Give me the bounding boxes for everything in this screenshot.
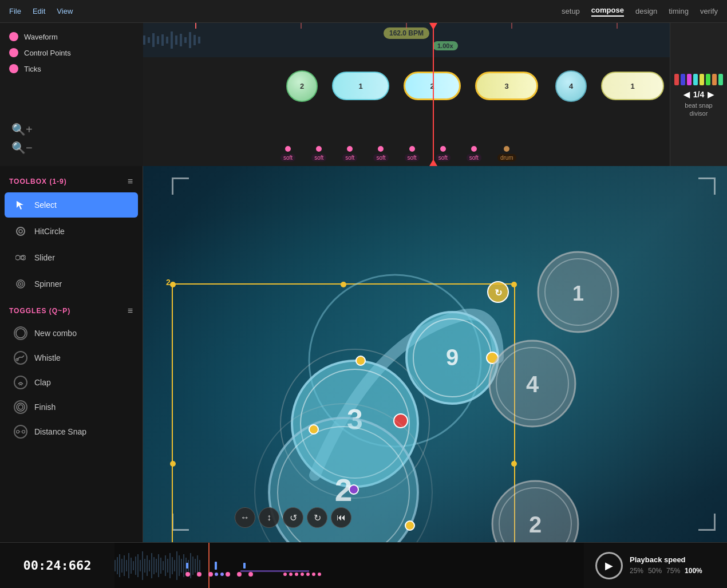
beat-snap-next[interactable]: ▶	[708, 90, 714, 99]
svg-point-26	[20, 283, 22, 285]
layer-waveform[interactable]: Waveform	[9, 32, 134, 41]
canvas-area[interactable]: 2	[143, 166, 727, 542]
beat-snap-colors	[672, 72, 725, 88]
zoom-controls: 🔍+ 🔍−	[9, 120, 134, 157]
svg-rect-68	[117, 557, 118, 574]
svg-rect-105	[186, 563, 188, 569]
transform-rewind[interactable]: ⏮	[331, 507, 351, 528]
menu-view[interactable]: View	[57, 7, 73, 15]
time-display: 00:24:662	[0, 558, 114, 573]
nav-timing[interactable]: timing	[669, 7, 689, 15]
nav-compose[interactable]: compose	[591, 6, 624, 17]
game-canvas: 3 9 ↻ 2 1	[143, 166, 727, 542]
menu-file[interactable]: File	[9, 7, 21, 15]
menu-edit[interactable]: Edit	[33, 7, 45, 15]
svg-rect-83	[151, 553, 152, 578]
combo-number: 2	[166, 278, 171, 287]
layer-control-points[interactable]: Control Points	[9, 48, 134, 57]
toggle-whistle[interactable]: Whistle	[5, 346, 138, 370]
transform-flip-h[interactable]: ↔	[235, 507, 255, 528]
control-points-label: Control Points	[24, 49, 71, 57]
transform-rotate-ccw[interactable]: ↺	[283, 507, 303, 528]
svg-rect-73	[128, 553, 129, 578]
timeline-hit-5[interactable]: 4	[555, 70, 587, 102]
label-soft-2: soft	[311, 154, 326, 161]
svg-rect-95	[179, 555, 180, 576]
toggles-title: TOGGLES (Q~P)	[9, 307, 70, 315]
svg-rect-7	[171, 31, 173, 49]
tool-slider[interactable]: Slider	[5, 245, 138, 270]
speed-75[interactable]: 75%	[666, 566, 680, 577]
svg-rect-67	[114, 560, 116, 571]
waveform-dot	[9, 32, 18, 41]
toggles-menu-icon[interactable]: ≡	[128, 306, 133, 316]
timeline-hit-3[interactable]: 2	[404, 72, 461, 100]
distance-snap-icon	[14, 425, 27, 439]
zoom-in-icon[interactable]: 🔍+	[11, 123, 132, 136]
label-drum: drum	[497, 154, 516, 161]
progress-waveform	[114, 543, 584, 588]
tool-spinner[interactable]: Spinner	[5, 271, 138, 297]
beat-snap-prev[interactable]: ◀	[683, 90, 690, 99]
speed-25[interactable]: 25%	[630, 566, 643, 577]
svg-rect-102	[195, 559, 196, 573]
timeline-hits: 2 1 2 3 4 1	[143, 52, 670, 120]
svg-rect-2	[148, 37, 150, 43]
toggle-finish[interactable]: Finish	[5, 395, 138, 419]
timeline-track[interactable]: 162.0 BPM 1.00x	[143, 23, 670, 166]
svg-point-29	[17, 403, 25, 411]
svg-rect-84	[153, 557, 155, 574]
nav-verify[interactable]: verify	[700, 7, 718, 15]
svg-text:↻: ↻	[495, 288, 502, 298]
svg-rect-97	[183, 554, 184, 577]
toggle-new-combo[interactable]: New combo	[5, 321, 138, 345]
svg-point-27	[16, 329, 25, 338]
svg-rect-107	[243, 563, 246, 569]
timeline-hit-6[interactable]: 1	[601, 72, 664, 100]
playhead[interactable]	[433, 23, 434, 166]
layer-ticks[interactable]: Ticks	[9, 64, 134, 73]
svg-rect-71	[124, 555, 125, 576]
transform-flip-v[interactable]: ↕	[259, 507, 279, 528]
svg-rect-96	[181, 559, 182, 573]
svg-rect-10	[184, 37, 187, 43]
svg-rect-4	[157, 36, 159, 44]
menu-bar: File Edit View setup compose design timi…	[0, 0, 727, 23]
svg-point-117	[283, 573, 287, 576]
slider-icon	[14, 251, 27, 265]
svg-point-123	[318, 573, 321, 576]
timeline-hit-4[interactable]: 3	[475, 72, 538, 100]
svg-point-30	[18, 405, 23, 409]
toggle-clap[interactable]: Clap	[5, 370, 138, 394]
speed-pcts: 25% 50% 75% 100%	[630, 566, 702, 577]
beat-snap-nav: ◀ 1/4 ▶	[683, 90, 714, 99]
new-combo-icon	[14, 326, 27, 340]
svg-point-113	[220, 573, 224, 576]
speed-50[interactable]: 50%	[648, 566, 662, 577]
nav-setup[interactable]: setup	[562, 7, 580, 15]
svg-rect-9	[180, 34, 182, 46]
timeline-hit-1[interactable]: 2	[286, 70, 318, 102]
svg-rect-94	[176, 551, 177, 580]
svg-rect-106	[215, 562, 217, 570]
timeline-hit-2[interactable]: 1	[332, 72, 389, 100]
play-button[interactable]: ▶	[595, 552, 623, 579]
toggle-distance-snap[interactable]: Distance Snap	[5, 420, 138, 444]
tool-hitcircle[interactable]: HitCircle	[5, 219, 138, 244]
svg-rect-77	[137, 554, 139, 577]
toolbox-menu-icon[interactable]: ≡	[128, 176, 133, 187]
transform-rotate-cw[interactable]: ↻	[307, 507, 327, 528]
zoom-out-icon[interactable]: 🔍−	[11, 141, 132, 155]
svg-rect-87	[160, 558, 161, 574]
tick-marks	[143, 23, 670, 29]
tool-select[interactable]: Select	[5, 192, 138, 218]
select-icon	[14, 198, 27, 212]
nav-design[interactable]: design	[635, 7, 657, 15]
progress-bar-container[interactable]	[114, 543, 584, 588]
menu-right: setup compose design timing verify	[562, 6, 718, 17]
svg-rect-5	[161, 34, 164, 46]
speed-100[interactable]: 100%	[685, 566, 702, 577]
svg-rect-8	[175, 35, 177, 45]
toggle-whistle-label: Whistle	[34, 353, 61, 362]
timeline-area: Waveform Control Points Ticks 🔍+ 🔍− 162.…	[0, 23, 727, 166]
